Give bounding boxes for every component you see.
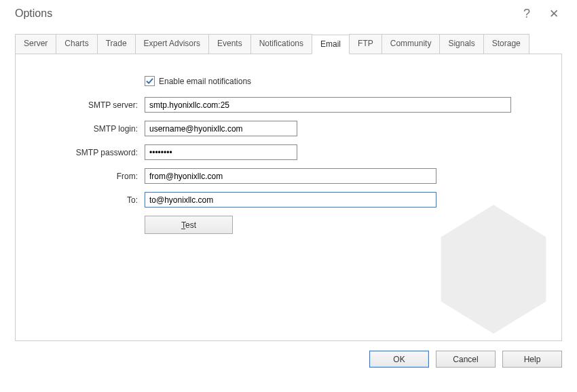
- smtp-login-label: SMTP login:: [16, 124, 145, 134]
- smtp-login-input[interactable]: [145, 121, 297, 136]
- tab-charts[interactable]: Charts: [56, 34, 97, 54]
- from-label: From:: [16, 172, 145, 181]
- tab-ftp[interactable]: FTP: [349, 34, 382, 54]
- from-input[interactable]: [145, 168, 436, 184]
- tab-storage[interactable]: Storage: [483, 34, 529, 54]
- enable-checkbox[interactable]: [145, 76, 155, 86]
- tab-community[interactable]: Community: [381, 34, 441, 54]
- tab-trade[interactable]: Trade: [97, 34, 136, 54]
- help-icon[interactable]: ?: [513, 7, 540, 21]
- close-icon[interactable]: ✕: [540, 7, 567, 21]
- email-panel: Enable email notifications SMTP server: …: [15, 54, 562, 341]
- test-label-rest: est: [185, 220, 196, 230]
- tab-expert-advisors[interactable]: Expert Advisors: [135, 34, 209, 54]
- tab-events[interactable]: Events: [208, 34, 251, 54]
- test-button[interactable]: Test: [145, 216, 233, 234]
- window-title: Options: [15, 7, 513, 20]
- tab-server[interactable]: Server: [15, 34, 56, 54]
- tab-notifications[interactable]: Notifications: [250, 34, 312, 54]
- smtp-password-label: SMTP password:: [16, 148, 145, 157]
- help-button[interactable]: Help: [502, 351, 562, 368]
- to-input[interactable]: [145, 192, 436, 208]
- smtp-password-input[interactable]: [145, 144, 297, 160]
- tab-email[interactable]: Email: [312, 35, 350, 54]
- check-icon: [146, 77, 153, 85]
- tab-strip: ServerChartsTradeExpert AdvisorsEventsNo…: [15, 34, 562, 54]
- ok-button[interactable]: OK: [369, 351, 429, 368]
- to-label: To:: [16, 195, 145, 205]
- dialog-footer: OK Cancel Help: [0, 341, 577, 368]
- titlebar: Options ? ✕: [0, 0, 577, 30]
- cancel-button[interactable]: Cancel: [436, 351, 496, 368]
- smtp-server-input[interactable]: [145, 97, 511, 113]
- enable-label: Enable email notifications: [159, 77, 251, 86]
- smtp-server-label: SMTP server:: [16, 100, 145, 110]
- tab-signals[interactable]: Signals: [439, 34, 483, 54]
